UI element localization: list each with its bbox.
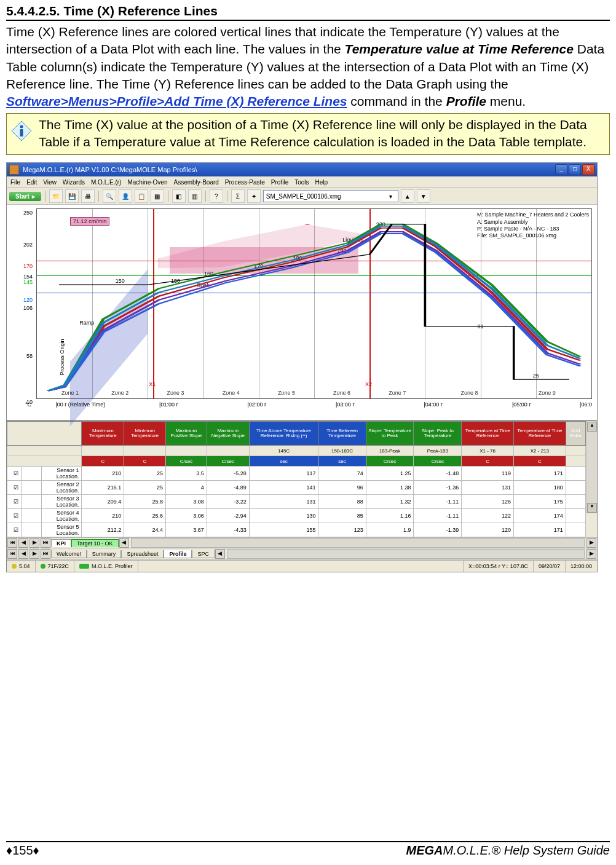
col-max-pos-slope[interactable]: Maximum Positive Slope [165, 422, 207, 446]
y-axis: 250 202 170 154 145 120 106 58 10 [7, 208, 35, 408]
kpi-tab-row: ⏮ ◀ ▶ ⏭ KPI Target 10 - OK ◀ ▶ [7, 537, 597, 548]
menu-process-paste[interactable]: Process-Paste [225, 179, 265, 186]
col-max-temp[interactable]: Maximum Temperature [82, 422, 124, 446]
status-profiler: M.O.L.E. Profiler [92, 563, 133, 569]
menu-assembly-board[interactable]: Assembly-Board [173, 179, 218, 186]
profile-add-ref-link[interactable]: Software>Menus>Profile>Add Time (X) Refe… [6, 94, 347, 108]
menu-view[interactable]: View [43, 179, 57, 186]
kpi-tab[interactable]: KPI [51, 539, 71, 547]
tab-spc[interactable]: SPC [192, 550, 215, 558]
row-checkbox[interactable]: ☑ [7, 481, 22, 495]
x-tick: |06:0 [566, 401, 592, 414]
hscroll-right[interactable]: ▶ [586, 538, 596, 548]
data-pane: ▲ ▼ Maximum Temperature Minimum Temperat… [7, 421, 597, 548]
horizontal-scrollbar-2[interactable] [227, 549, 585, 559]
col-min-temp[interactable]: Minimum Temperature [124, 422, 166, 446]
toolbar-btn-9[interactable]: ▥ [188, 189, 202, 203]
help-button[interactable]: ? [210, 189, 223, 203]
status-version: 5.04 [19, 563, 30, 569]
row-checkbox[interactable]: ☑ [7, 509, 22, 523]
table-row[interactable]: ☑ A2 Sensor 2 Location. 216.1254-4.89141… [7, 481, 586, 495]
kpi-nav-first[interactable]: ⏮ [7, 538, 17, 548]
menu-profile[interactable]: Profile [271, 179, 288, 186]
start-button[interactable]: Start ▸ [9, 192, 41, 201]
kpi-nav-last[interactable]: ⏭ [41, 538, 50, 548]
hscroll2-right[interactable]: ▶ [586, 549, 596, 559]
scroll-down-icon[interactable]: ▼ [587, 503, 597, 513]
tab-spreadsheet[interactable]: Spreadsheet [121, 550, 164, 558]
app-icon [9, 165, 19, 175]
toolbar-btn-1[interactable]: 📁 [49, 189, 63, 203]
toolbar-btn-up[interactable]: ▲ [401, 189, 414, 203]
info-icon [10, 120, 33, 142]
row-checkbox[interactable]: ☑ [7, 523, 22, 537]
window-title: MegaM.O.L.E.(r) MAP V1.00 C:\MegaMOLE Ma… [23, 166, 197, 173]
sensor-label: Sensor 3 Location. [42, 495, 82, 509]
table-row[interactable]: ☑ A4 Sensor 4 Location. 21025.63.06-2.94… [7, 509, 586, 523]
row-checkbox[interactable]: ☑ [7, 467, 22, 481]
menu-machine-oven[interactable]: Machine-Oven [127, 179, 167, 186]
col-temp-at-ref-x2[interactable]: Temperature at Time Reference [514, 422, 566, 446]
table-row[interactable]: ☑ A3 Sensor 3 Location. 209.425.83.08-3.… [7, 495, 586, 509]
col-max-neg-slope[interactable]: Maximum Negative Slope [207, 422, 249, 446]
col-add-extra[interactable]: Add Extra [566, 422, 585, 446]
hscroll-left[interactable]: ◀ [119, 538, 129, 548]
tab-summary[interactable]: Summary [87, 550, 122, 558]
note-c: calculation is loaded in the Data Table … [310, 135, 586, 149]
kpi-nav-next[interactable]: ▶ [30, 538, 39, 548]
col-temp-at-ref-x1[interactable]: Temperature at Time Reference [462, 422, 514, 446]
minimize-button[interactable]: _ [555, 164, 567, 175]
save-button[interactable]: 💾 [65, 189, 79, 203]
tab-welcome[interactable]: Welcome! [51, 550, 87, 558]
menu-file[interactable]: File [10, 179, 20, 186]
maximize-button[interactable]: □ [569, 164, 581, 175]
col-time-between[interactable]: Time Between Temperature [318, 422, 366, 446]
hscroll2-left[interactable]: ◀ [215, 549, 225, 559]
toolbar-btn-8[interactable]: ◧ [172, 189, 186, 203]
kpi-target-tab[interactable]: Target 10 - OK [71, 539, 119, 547]
toolbar-separator [227, 191, 227, 202]
table-subheader-2: C C C/sec C/sec sec sec C/sec C/sec C C [7, 456, 586, 467]
horizontal-scrollbar[interactable] [131, 538, 585, 548]
menu-wizards[interactable]: Wizards [63, 179, 85, 186]
toolbar-btn-7[interactable]: ▦ [151, 189, 164, 203]
worksheet-tabs: ⏮ ◀ ▶ ⏭ Welcome! Summary Spreadsheet Pro… [7, 548, 597, 560]
menu-edit[interactable]: Edit [26, 179, 37, 186]
col-time-above[interactable]: Time Above Temperature Reference: Rising… [249, 422, 318, 446]
vertical-scrollbar[interactable]: ▲ ▼ [586, 421, 597, 513]
tabs-nav-last[interactable]: ⏭ [41, 549, 50, 559]
close-button[interactable]: X [582, 164, 594, 175]
menu-tools[interactable]: Tools [294, 179, 309, 186]
table-row[interactable]: ☑ A5 Sensor 5 Location. 212.224.43.67-4.… [7, 523, 586, 537]
statusbar: 5.04 71F/22C M.O.L.E. Profiler X=00:03:5… [7, 560, 597, 572]
menubar: File Edit View Wizards M.O.L.E.(r) Machi… [7, 176, 597, 188]
menu-help[interactable]: Help [315, 179, 328, 186]
tab-profile[interactable]: Profile [164, 550, 192, 558]
profile-chart[interactable]: 250 202 170 154 145 120 106 58 10 °C [7, 205, 597, 421]
y-tick: 250 [23, 210, 33, 216]
footer-title-rest: M.O.L.E.® Help System Guide [443, 843, 610, 857]
table-row[interactable]: ☑ A1 Sensor 1 Location. 210 25 3.5 -5.28… [7, 467, 586, 481]
plot-area[interactable]: X1 X2 71.12 cm/min 150 150 160 Soak 170 … [36, 208, 592, 399]
window-titlebar[interactable]: MegaM.O.L.E.(r) MAP V1.00 C:\MegaMOLE Ma… [7, 163, 597, 176]
toolbar-separator [98, 191, 99, 202]
toolbar-btn-6[interactable]: 📋 [135, 189, 148, 203]
file-dropdown[interactable]: SM_SAMPLE_000106.xmg ▾ [263, 190, 398, 202]
toolbar-btn-dn[interactable]: ▼ [417, 189, 430, 203]
col-slope-to-peak[interactable]: Slope: Temperature to Peak [366, 422, 414, 446]
toolbar-btn-5[interactable]: 👤 [119, 189, 132, 203]
menu-mole[interactable]: M.O.L.E.(r) [91, 179, 121, 186]
data-table[interactable]: Maximum Temperature Minimum Temperature … [7, 421, 586, 537]
tabs-nav-prev[interactable]: ◀ [18, 549, 28, 559]
tabs-nav-next[interactable]: ▶ [30, 549, 39, 559]
col-slope-peak-to[interactable]: Slope: Peak to Temperature [414, 422, 462, 446]
sigma-button[interactable]: Σ [231, 189, 245, 203]
print-button[interactable]: 🖶 [81, 189, 95, 203]
kpi-nav-prev[interactable]: ◀ [18, 538, 28, 548]
tabs-nav-first[interactable]: ⏮ [7, 549, 17, 559]
x-tick: |04:00 r [389, 401, 477, 414]
add-button[interactable]: ✦ [247, 189, 261, 203]
toolbar-btn-4[interactable]: 🔍 [103, 189, 116, 203]
row-checkbox[interactable]: ☑ [7, 495, 22, 509]
scroll-up-icon[interactable]: ▲ [587, 422, 597, 432]
